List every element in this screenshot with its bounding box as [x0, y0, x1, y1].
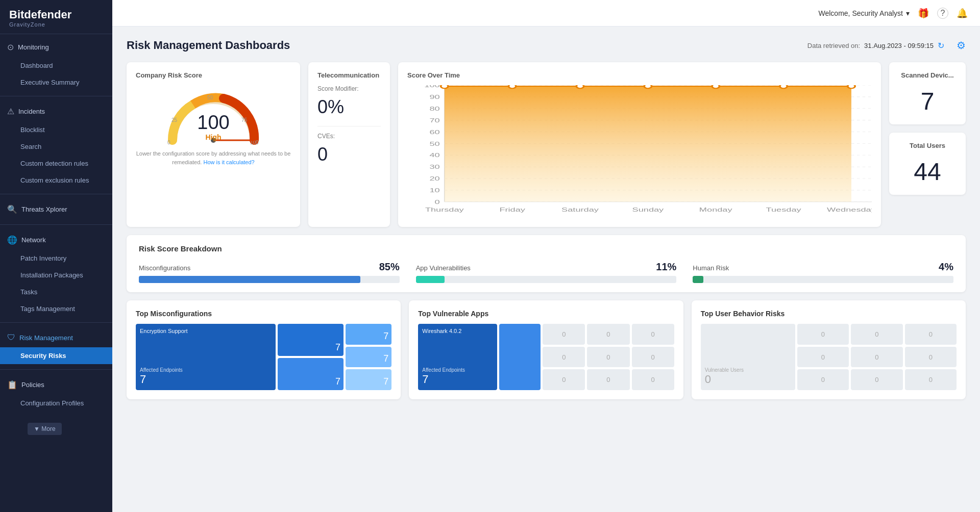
data-retrieved: Data retrieved on: 31.Aug.2023 - 09:59:1…: [807, 41, 944, 50]
data-retrieved-label: Data retrieved on:: [807, 42, 860, 49]
breakdown-items: Misconfigurations 85% App Vulnerabilitie…: [139, 261, 953, 283]
settings-icon[interactable]: ⚙: [957, 39, 966, 52]
sidebar-item-config-profiles[interactable]: Configuration Profiles: [0, 395, 112, 412]
top-misconfigurations-card: Top Misconfigurations Encryption Support…: [127, 300, 401, 399]
vulnerable-users-value: 0: [705, 373, 791, 386]
sidebar-item-search[interactable]: Search: [0, 138, 112, 155]
sidebar-item-custom-detection[interactable]: Custom detection rules: [0, 155, 112, 172]
svg-text:60: 60: [429, 130, 439, 135]
svg-text:40: 40: [429, 152, 439, 158]
sidebar-logo: Bitdefender GravityZone: [0, 0, 112, 34]
bell-icon[interactable]: 🔔: [957, 8, 968, 19]
svg-point-36: [712, 85, 720, 88]
cards-row-1: Company Risk Score 0 25: [127, 62, 966, 227]
svg-text:0: 0: [435, 199, 440, 205]
vulnapps-treemap: Wireshark 4.0.2 Affected Endpoints 7 0 0…: [418, 324, 674, 390]
more-button[interactable]: ▼ More: [28, 423, 62, 435]
svg-text:75: 75: [241, 117, 248, 123]
svg-text:50: 50: [429, 141, 439, 146]
svg-text:10: 10: [429, 188, 439, 193]
company-risk-score-title: Company Risk Score: [136, 71, 291, 79]
topbar: Welcome, Security Analyst ▾ 🎁 ? 🔔: [112, 0, 980, 27]
breakdown-app-vulns: App Vulnerabilities 11%: [416, 261, 677, 283]
scanned-devices-value: 7: [898, 87, 957, 115]
gift-icon[interactable]: 🎁: [918, 8, 929, 19]
network-icon: 🌐: [7, 235, 17, 245]
sidebar-group-network[interactable]: 🌐 Network: [0, 230, 112, 250]
sidebar-item-security-risks[interactable]: Security Risks: [0, 347, 112, 364]
vulnerable-users-label: Vulnerable Users: [705, 367, 791, 373]
svg-text:Wednesday: Wednesday: [827, 207, 872, 212]
svg-text:Tuesday: Tuesday: [766, 207, 802, 212]
sidebar-item-tags-management[interactable]: Tags Management: [0, 300, 112, 317]
svg-text:Saturday: Saturday: [561, 207, 599, 212]
sidebar-group-policies[interactable]: 📋 Policies: [0, 375, 112, 395]
sidebar-group-network-label: Network: [21, 236, 46, 244]
sidebar-item-custom-exclusion[interactable]: Custom exclusion rules: [0, 172, 112, 189]
sidebar-item-patch-inventory[interactable]: Patch Inventory: [0, 250, 112, 267]
page-title: Risk Management Dashboards: [127, 39, 290, 52]
sidebar-group-risk-management-label: Risk Management: [19, 334, 73, 342]
score-over-time-title: Score Over Time: [407, 71, 872, 79]
breakdown-title: Risk Score Breakdown: [139, 244, 953, 253]
affected-label: Affected Endpoints: [140, 367, 272, 373]
help-icon[interactable]: ?: [937, 8, 948, 19]
vulnapp-affected-value: 7: [422, 373, 493, 386]
gauge-container: 0 25 50 75 100 100 High: [136, 85, 291, 168]
sidebar-item-blocklist[interactable]: Blocklist: [0, 121, 112, 138]
vulnapp-zeros: 0 0 0: [543, 324, 585, 390]
sidebar-group-threats[interactable]: 🔍 Threats Xplorer: [0, 199, 112, 219]
data-retrieved-value: 31.Aug.2023 - 09:59:15: [864, 42, 934, 49]
gauge-number: 100: [197, 113, 229, 132]
page-body: Risk Management Dashboards Data retrieve…: [112, 27, 980, 512]
side-stats: Scanned Devic... 7 Total Users 44: [889, 62, 966, 227]
score-over-time-chart: 100 90 80 70 60 50 40 30 20 10 0: [407, 85, 872, 218]
svg-point-35: [644, 85, 652, 88]
sidebar: Bitdefender GravityZone ⊙ Monitoring Das…: [0, 0, 112, 512]
user-behavior-treemap: Vulnerable Users 0 0 0 0 0 0 0 0: [701, 324, 957, 390]
user-behavior-cell-main: Vulnerable Users 0: [701, 324, 795, 390]
total-users-title: Total Users: [898, 142, 957, 149]
svg-point-37: [780, 85, 788, 88]
incidents-icon: ⚠: [7, 107, 14, 116]
sidebar-group-threats-label: Threats Xplorer: [21, 206, 67, 213]
vulnapp-cell-main: Wireshark 4.0.2 Affected Endpoints 7: [418, 324, 497, 390]
svg-text:Sunday: Sunday: [632, 207, 664, 212]
sidebar-group-monitoring[interactable]: ⊙ Monitoring: [0, 37, 112, 57]
treemap-cell-main: Encryption Support Affected Endpoints 7: [136, 324, 276, 390]
vulnapp-affected-label: Affected Endpoints: [422, 367, 493, 373]
gauge-value: 100 High: [197, 113, 229, 141]
treemap-cell-5: 7: [346, 347, 391, 368]
total-users-value: 44: [898, 158, 957, 186]
sidebar-group-incidents[interactable]: ⚠ Incidents: [0, 101, 112, 121]
gauge-svg: 0 25 50 75 100 100 High: [162, 89, 264, 145]
svg-marker-31: [445, 86, 851, 202]
bottom-row: Top Misconfigurations Encryption Support…: [127, 300, 966, 399]
telecom-title: Telecommunication: [317, 71, 381, 79]
treemap-cell-4: 7: [346, 324, 391, 345]
sidebar-item-dashboard[interactable]: Dashboard: [0, 57, 112, 74]
sidebar-group-risk-management[interactable]: 🛡 Risk Management: [0, 328, 112, 347]
top-user-behavior-title: Top User Behavior Risks: [701, 310, 957, 318]
dropdown-arrow-icon: ▾: [906, 9, 910, 17]
monitoring-icon: ⊙: [7, 42, 14, 52]
main-content: Welcome, Security Analyst ▾ 🎁 ? 🔔 Risk M…: [112, 0, 980, 512]
sidebar-item-executive-summary[interactable]: Executive Summary: [0, 74, 112, 91]
sidebar-group-policies-label: Policies: [21, 381, 44, 389]
telecom-card: Telecommunication Score Modifier: 0% CVE…: [308, 62, 390, 227]
vulnapp-main-label: Wireshark 4.0.2: [422, 328, 493, 334]
refresh-icon[interactable]: ↻: [938, 41, 944, 50]
welcome-dropdown[interactable]: Welcome, Security Analyst ▾: [819, 9, 910, 17]
how-calculated-link[interactable]: How is it calculated?: [203, 159, 254, 165]
top-user-behavior-card: Top User Behavior Risks Vulnerable Users…: [692, 300, 966, 399]
sidebar-item-tasks[interactable]: Tasks: [0, 284, 112, 300]
risk-score-breakdown-card: Risk Score Breakdown Misconfigurations 8…: [127, 235, 966, 292]
treemap-right-col: 7 7: [278, 324, 344, 390]
svg-point-32: [441, 85, 449, 88]
misconfig-treemap: Encryption Support Affected Endpoints 7 …: [136, 324, 391, 390]
sidebar-item-installation-packages[interactable]: Installation Packages: [0, 267, 112, 284]
svg-text:50: 50: [207, 95, 213, 100]
svg-text:100: 100: [424, 85, 439, 88]
app-vuln-progress-bg: [416, 276, 677, 283]
misconfig-progress-bg: [139, 276, 400, 283]
